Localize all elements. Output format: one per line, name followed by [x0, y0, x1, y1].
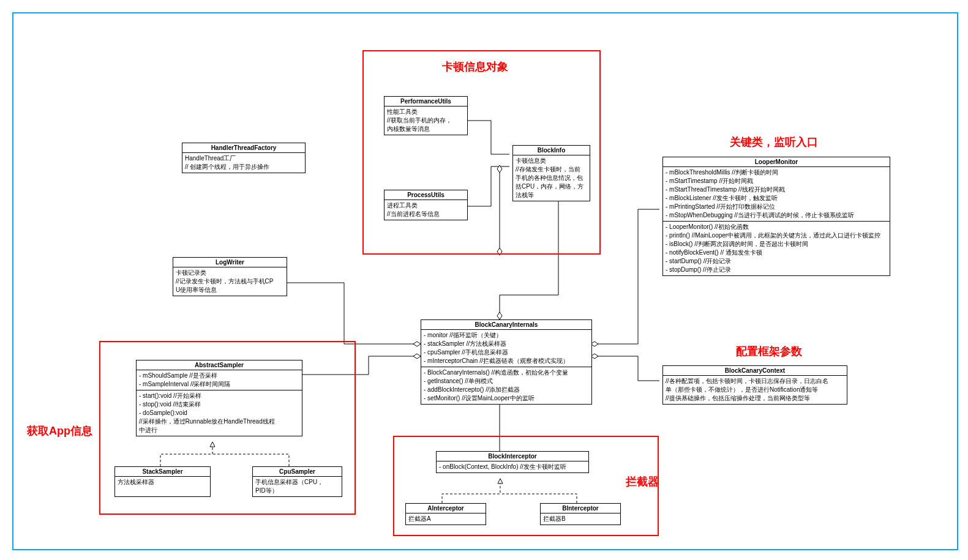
class-title: ProcessUtils — [385, 190, 467, 200]
group-label-interceptor: 拦截器 — [626, 474, 659, 489]
class-blockinfo: BlockInfo 卡顿信息类 //存储发生卡顿时，当前 手机的各种信息情况，包… — [512, 145, 590, 201]
class-title: LooperMonitor — [663, 157, 890, 167]
class-binterceptor: BInterceptor 拦截器B — [540, 503, 621, 525]
group-label-context: 配置框架参数 — [736, 344, 802, 359]
group-label-sampler: 获取App信息 — [27, 424, 92, 438]
class-title: BlockCanaryInternals — [421, 320, 591, 330]
class-blockinterceptor: BlockInterceptor - onBlock(Context, Bloc… — [436, 451, 589, 473]
group-label-looper: 关键类，监听入口 — [730, 135, 818, 149]
class-title: LogWriter — [173, 258, 287, 267]
class-processutils: ProcessUtils 进程工具类 //当前进程名等信息 — [384, 190, 468, 220]
class-performanceutils: PerformanceUtils 性能工具类 //获取当前手机的内存， 内核数量… — [384, 96, 468, 135]
class-title: BlockInterceptor — [437, 452, 588, 461]
diagram-canvas: HandlerThreadFactory HandleThread工厂 // 创… — [12, 12, 958, 550]
class-title: BlockCanaryContext — [663, 366, 847, 376]
class-stacksampler: StackSampler 方法栈采样器 — [114, 466, 211, 497]
class-title: AbstractSampler — [137, 360, 302, 370]
class-title: StackSampler — [115, 467, 210, 477]
class-blockcanarycontext: BlockCanaryContext //各种配置项，包括卡顿时间，卡顿日志保存… — [662, 365, 847, 405]
class-blockcanaryinternals: BlockCanaryInternals - monitor //循环监听（关键… — [421, 319, 592, 405]
class-logwriter: LogWriter 卡顿记录类 //记录发生卡顿时，方法栈与手机CP U使用率等… — [173, 257, 287, 296]
class-ainterceptor: AInterceptor 拦截器A — [405, 503, 486, 525]
class-title: AInterceptor — [406, 504, 486, 513]
class-loopermonitor: LooperMonitor - mBlockThresholdMillis //… — [662, 157, 890, 276]
class-title: HandlerThreadFactory — [182, 143, 305, 153]
class-title: PerformanceUtils — [385, 97, 467, 106]
class-title: CpuSampler — [253, 467, 342, 477]
class-cpusampler: CpuSampler 手机信息采样器（CPU， PID等） — [252, 466, 342, 497]
class-title: BInterceptor — [541, 504, 620, 513]
class-abstractsampler: AbstractSampler - mShouldSample //是否采样 -… — [136, 360, 302, 436]
class-handlerthreadfactory: HandlerThreadFactory HandleThread工厂 // 创… — [182, 143, 306, 173]
class-title: BlockInfo — [513, 146, 590, 155]
group-label-blockinfo: 卡顿信息对象 — [442, 59, 508, 74]
